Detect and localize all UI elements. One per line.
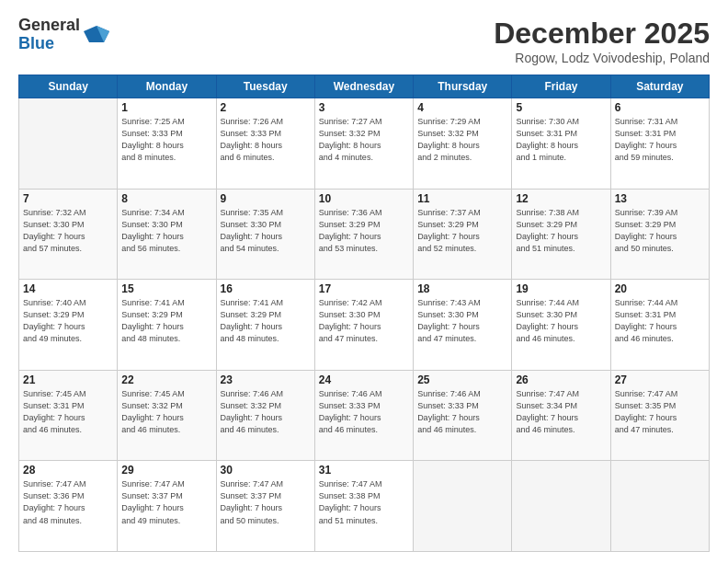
day-number: 1 (121, 101, 211, 114)
col-saturday: Saturday (610, 75, 709, 98)
day-info: Sunrise: 7:47 AMSunset: 3:34 PMDaylight:… (516, 388, 606, 436)
logo-general: General (18, 17, 80, 35)
day-info: Sunrise: 7:43 AMSunset: 3:30 PMDaylight:… (417, 297, 507, 345)
day-info: Sunrise: 7:37 AMSunset: 3:29 PMDaylight:… (417, 207, 507, 255)
day-number: 14 (23, 282, 113, 295)
calendar-cell: 1Sunrise: 7:25 AMSunset: 3:33 PMDaylight… (118, 98, 216, 190)
day-number: 7 (23, 192, 113, 205)
day-number: 8 (121, 192, 211, 205)
day-info: Sunrise: 7:45 AMSunset: 3:32 PMDaylight:… (121, 388, 211, 436)
day-info: Sunrise: 7:40 AMSunset: 3:29 PMDaylight:… (23, 297, 113, 345)
calendar-header-row: Sunday Monday Tuesday Wednesday Thursday… (19, 75, 710, 98)
calendar-cell: 11Sunrise: 7:37 AMSunset: 3:29 PMDayligh… (414, 189, 512, 280)
day-number: 30 (221, 464, 311, 477)
calendar-cell: 5Sunrise: 7:30 AMSunset: 3:31 PMDaylight… (512, 98, 610, 190)
day-number: 2 (221, 101, 311, 114)
day-number: 25 (417, 373, 507, 386)
day-info: Sunrise: 7:47 AMSunset: 3:38 PMDaylight:… (319, 478, 409, 526)
calendar-week-row-4: 21Sunrise: 7:45 AMSunset: 3:31 PMDayligh… (19, 370, 710, 461)
calendar-week-row-3: 14Sunrise: 7:40 AMSunset: 3:29 PMDayligh… (19, 280, 710, 371)
day-info: Sunrise: 7:34 AMSunset: 3:30 PMDaylight:… (121, 207, 211, 255)
day-number: 5 (516, 101, 606, 114)
header: General Blue December 2025 Rogow, Lodz V… (18, 17, 710, 65)
day-number: 18 (417, 282, 507, 295)
day-number: 9 (221, 192, 311, 205)
calendar-cell: 2Sunrise: 7:26 AMSunset: 3:33 PMDaylight… (216, 98, 314, 190)
calendar-cell: 20Sunrise: 7:44 AMSunset: 3:31 PMDayligh… (610, 280, 709, 371)
day-info: Sunrise: 7:30 AMSunset: 3:31 PMDaylight:… (516, 116, 606, 164)
day-info: Sunrise: 7:46 AMSunset: 3:33 PMDaylight:… (417, 388, 507, 436)
col-monday: Monday (118, 75, 216, 98)
day-number: 26 (516, 373, 606, 386)
day-number: 19 (516, 282, 606, 295)
day-number: 12 (516, 192, 606, 205)
day-info: Sunrise: 7:44 AMSunset: 3:31 PMDaylight:… (615, 297, 705, 345)
day-number: 3 (319, 101, 409, 114)
calendar-cell: 3Sunrise: 7:27 AMSunset: 3:32 PMDaylight… (314, 98, 413, 190)
day-info: Sunrise: 7:47 AMSunset: 3:35 PMDaylight:… (615, 388, 705, 436)
day-info: Sunrise: 7:39 AMSunset: 3:29 PMDaylight:… (615, 207, 705, 255)
day-info: Sunrise: 7:44 AMSunset: 3:30 PMDaylight:… (516, 297, 606, 345)
col-wednesday: Wednesday (314, 75, 413, 98)
calendar-cell: 28Sunrise: 7:47 AMSunset: 3:36 PMDayligh… (19, 461, 118, 552)
day-info: Sunrise: 7:46 AMSunset: 3:33 PMDaylight:… (319, 388, 409, 436)
day-info: Sunrise: 7:46 AMSunset: 3:32 PMDaylight:… (221, 388, 311, 436)
day-info: Sunrise: 7:27 AMSunset: 3:32 PMDaylight:… (319, 116, 409, 164)
day-info: Sunrise: 7:29 AMSunset: 3:32 PMDaylight:… (417, 116, 507, 164)
calendar-cell: 19Sunrise: 7:44 AMSunset: 3:30 PMDayligh… (512, 280, 610, 371)
calendar-week-row-5: 28Sunrise: 7:47 AMSunset: 3:36 PMDayligh… (19, 461, 710, 552)
day-info: Sunrise: 7:42 AMSunset: 3:30 PMDaylight:… (319, 297, 409, 345)
month-title: December 2025 (494, 17, 710, 51)
calendar-cell: 27Sunrise: 7:47 AMSunset: 3:35 PMDayligh… (610, 370, 709, 461)
logo-text: General Blue (18, 17, 80, 53)
logo: General Blue (18, 17, 109, 53)
day-number: 28 (23, 464, 113, 477)
calendar-cell: 22Sunrise: 7:45 AMSunset: 3:32 PMDayligh… (118, 370, 216, 461)
calendar-cell: 25Sunrise: 7:46 AMSunset: 3:33 PMDayligh… (414, 370, 512, 461)
calendar-table: Sunday Monday Tuesday Wednesday Thursday… (18, 75, 710, 552)
title-block: December 2025 Rogow, Lodz Voivodeship, P… (494, 17, 710, 65)
calendar-cell: 21Sunrise: 7:45 AMSunset: 3:31 PMDayligh… (19, 370, 118, 461)
calendar-cell: 17Sunrise: 7:42 AMSunset: 3:30 PMDayligh… (314, 280, 413, 371)
col-friday: Friday (512, 75, 610, 98)
day-number: 6 (615, 101, 705, 114)
day-info: Sunrise: 7:25 AMSunset: 3:33 PMDaylight:… (121, 116, 211, 164)
day-info: Sunrise: 7:26 AMSunset: 3:33 PMDaylight:… (221, 116, 311, 164)
calendar-cell: 18Sunrise: 7:43 AMSunset: 3:30 PMDayligh… (414, 280, 512, 371)
calendar-cell: 8Sunrise: 7:34 AMSunset: 3:30 PMDaylight… (118, 189, 216, 280)
logo-blue: Blue (18, 35, 80, 53)
calendar-cell: 23Sunrise: 7:46 AMSunset: 3:32 PMDayligh… (216, 370, 314, 461)
calendar-week-row-1: 1Sunrise: 7:25 AMSunset: 3:33 PMDaylight… (19, 98, 710, 190)
day-info: Sunrise: 7:41 AMSunset: 3:29 PMDaylight:… (121, 297, 211, 345)
day-number: 17 (319, 282, 409, 295)
day-number: 27 (615, 373, 705, 386)
page: General Blue December 2025 Rogow, Lodz V… (0, 0, 728, 563)
day-number: 20 (615, 282, 705, 295)
day-info: Sunrise: 7:47 AMSunset: 3:36 PMDaylight:… (23, 478, 113, 526)
day-number: 22 (121, 373, 211, 386)
day-info: Sunrise: 7:47 AMSunset: 3:37 PMDaylight:… (121, 478, 211, 526)
day-number: 31 (319, 464, 409, 477)
calendar-cell: 9Sunrise: 7:35 AMSunset: 3:30 PMDaylight… (216, 189, 314, 280)
calendar-cell (414, 461, 512, 552)
calendar-cell: 13Sunrise: 7:39 AMSunset: 3:29 PMDayligh… (610, 189, 709, 280)
calendar-cell: 10Sunrise: 7:36 AMSunset: 3:29 PMDayligh… (314, 189, 413, 280)
calendar-cell: 7Sunrise: 7:32 AMSunset: 3:30 PMDaylight… (19, 189, 118, 280)
day-info: Sunrise: 7:32 AMSunset: 3:30 PMDaylight:… (23, 207, 113, 255)
calendar-cell: 24Sunrise: 7:46 AMSunset: 3:33 PMDayligh… (314, 370, 413, 461)
day-number: 4 (417, 101, 507, 114)
calendar-cell (610, 461, 709, 552)
calendar-cell: 12Sunrise: 7:38 AMSunset: 3:29 PMDayligh… (512, 189, 610, 280)
day-number: 10 (319, 192, 409, 205)
day-number: 15 (121, 282, 211, 295)
calendar-cell: 15Sunrise: 7:41 AMSunset: 3:29 PMDayligh… (118, 280, 216, 371)
day-number: 16 (221, 282, 311, 295)
day-number: 11 (417, 192, 507, 205)
logo-icon (84, 22, 109, 48)
day-number: 29 (121, 464, 211, 477)
col-thursday: Thursday (414, 75, 512, 98)
calendar-cell: 14Sunrise: 7:40 AMSunset: 3:29 PMDayligh… (19, 280, 118, 371)
calendar-cell: 30Sunrise: 7:47 AMSunset: 3:37 PMDayligh… (216, 461, 314, 552)
col-tuesday: Tuesday (216, 75, 314, 98)
day-info: Sunrise: 7:31 AMSunset: 3:31 PMDaylight:… (615, 116, 705, 164)
